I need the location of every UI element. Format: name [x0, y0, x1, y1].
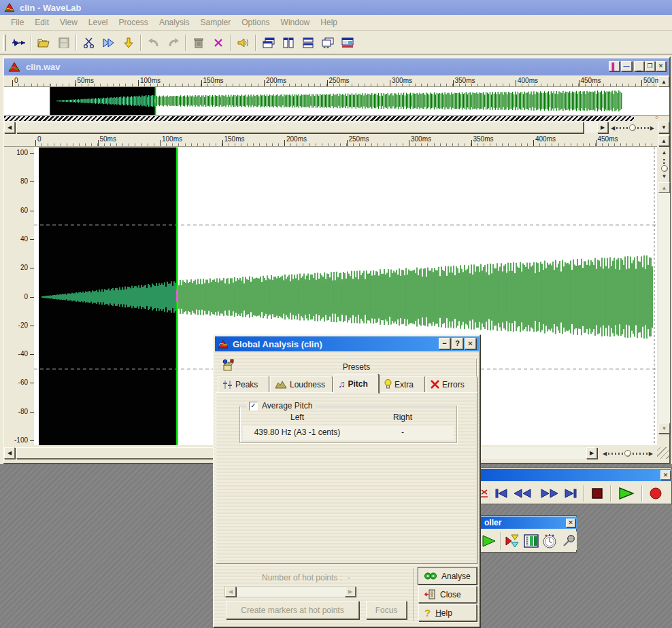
go-to-end-button[interactable] — [562, 485, 579, 502]
doc-marker-bar-button[interactable]: ▌ — [609, 61, 620, 71]
level-label: -60 — [18, 379, 28, 386]
overview-range-indicator[interactable] — [4, 116, 634, 121]
slider-knob[interactable] — [624, 450, 631, 457]
tab-loudness[interactable]: Loudness — [270, 376, 333, 393]
controller-titlebar[interactable]: oller ✕ — [477, 517, 577, 529]
level-label: 60 — [20, 207, 28, 214]
overview-zoom-up-button[interactable]: ▲ — [658, 76, 669, 87]
overview-time-ruler[interactable]: 050ms100ms150ms200ms250ms300ms350ms400ms… — [4, 76, 657, 87]
menu-level[interactable]: Level — [83, 16, 114, 29]
menu-process[interactable]: Process — [114, 16, 154, 29]
focus-button[interactable]: Focus — [366, 601, 407, 619]
fast-forward-button[interactable] — [539, 485, 560, 502]
stopwatch-button[interactable] — [541, 531, 558, 550]
trash-button[interactable] — [189, 33, 207, 52]
overview-zoom-down-button[interactable]: ▼ — [658, 122, 669, 133]
vscroll-down-button[interactable]: ▼ — [658, 423, 670, 434]
app-titlebar[interactable]: clin - WaveLab — [0, 0, 672, 15]
menu-analysis[interactable]: Analysis — [154, 16, 195, 29]
main-time-ruler[interactable]: 050ms100ms150ms200ms250ms300ms350ms400ms… — [4, 135, 657, 147]
overview-waveform[interactable] — [4, 87, 669, 116]
overview-scrollbar[interactable]: ◀ ▶ — [4, 122, 608, 133]
tile-vertical-button[interactable] — [279, 33, 297, 52]
stop-button[interactable] — [588, 485, 607, 502]
vertical-zoom-slider[interactable]: ▲▼ — [660, 150, 669, 179]
scroll-right-button[interactable]: ▶ — [586, 447, 597, 459]
doc-titlebar[interactable]: clin.wav — [4, 58, 669, 75]
average-pitch-checkbox[interactable]: ✓ — [249, 402, 258, 411]
vscroll-up-button[interactable]: ▲ — [658, 182, 670, 193]
open-file-button[interactable] — [35, 33, 53, 52]
transport-close-button[interactable]: ✕ — [660, 470, 671, 480]
menu-edit[interactable]: Edit — [29, 16, 54, 29]
dialog-bottom-divider — [216, 565, 477, 566]
erase-button[interactable] — [209, 33, 227, 52]
presets-icon-button[interactable] — [222, 359, 237, 374]
menu-options[interactable]: Options — [236, 16, 275, 29]
slider-knob[interactable] — [661, 165, 668, 172]
go-to-start-button[interactable] — [492, 485, 510, 502]
overview-scroll-thumb[interactable] — [16, 122, 584, 133]
rewind-button[interactable] — [511, 485, 533, 502]
menu-view[interactable]: View — [54, 16, 83, 29]
tab-extra[interactable]: Extra — [380, 376, 425, 393]
scroll-left-button[interactable]: ◀ — [4, 122, 15, 133]
skip-markers-button[interactable] — [503, 531, 520, 550]
dialog-close-button[interactable]: ✕ — [465, 338, 476, 349]
doc-dash-button[interactable]: — — [621, 61, 632, 71]
dialog-help-button[interactable]: ? — [452, 338, 463, 349]
triangle-right-icon: ▶ — [650, 125, 654, 131]
dialog-titlebar[interactable]: Global Analysis (clin) − ? ✕ — [215, 336, 479, 351]
vertical-scrollbar[interactable] — [658, 193, 670, 423]
speaker-button[interactable] — [234, 33, 252, 52]
create-markers-button[interactable]: Create markers at hot points — [226, 601, 359, 619]
main-zoom-up-button[interactable]: ▲ — [658, 135, 669, 146]
menu-help[interactable]: Help — [315, 16, 343, 29]
controller-close-button[interactable]: ✕ — [566, 519, 575, 527]
tab-peaks[interactable]: Peaks — [218, 376, 269, 393]
undo-button[interactable] — [144, 33, 163, 52]
menu-file[interactable]: File — [5, 16, 29, 29]
overview-zoom-slider[interactable]: ◀▶ — [611, 124, 654, 132]
toolbar-grip[interactable] — [3, 35, 6, 51]
play-selection-button[interactable] — [99, 33, 118, 52]
record-button[interactable] — [646, 485, 665, 502]
main-zoom-slider[interactable]: ◀▶ — [603, 449, 653, 457]
menu-sampler[interactable]: Sampler — [195, 16, 237, 29]
doc-close-button[interactable]: ✕ — [656, 61, 666, 71]
cascade-windows-button[interactable] — [259, 33, 278, 52]
redo-button[interactable] — [164, 33, 182, 52]
level-ruler[interactable]: 100806040200-20-40-60-80-100 — [4, 147, 34, 445]
close-button[interactable]: Close — [418, 586, 477, 603]
play-button[interactable] — [615, 485, 638, 502]
resize-grip[interactable] — [657, 447, 669, 459]
doc-maximize-button[interactable]: ❐ — [645, 61, 655, 71]
undo-icon — [148, 38, 160, 48]
transport-titlebar[interactable]: ✕ — [479, 469, 672, 481]
triangle-up-icon: ▲ — [661, 138, 667, 144]
doc-minimize-button[interactable]: ▁ — [634, 61, 644, 71]
controller-play-button[interactable] — [480, 531, 498, 550]
waveform-launcher-button[interactable] — [10, 33, 28, 52]
cut-button[interactable] — [80, 33, 98, 52]
ruler-label: 400ms — [518, 77, 538, 84]
tile-horizontal-button[interactable] — [299, 33, 317, 52]
tab-pitch[interactable]: ♫ Pitch — [333, 374, 379, 394]
scroll-right-button[interactable]: ▶ — [597, 122, 608, 133]
microphone-button[interactable] — [560, 531, 577, 550]
drop-marker-button[interactable] — [119, 33, 137, 52]
slider-knob[interactable] — [629, 124, 636, 131]
tab-errors[interactable]: Errors — [426, 376, 477, 393]
dialog-minimize-button[interactable]: − — [439, 338, 450, 349]
mixer-button[interactable] — [338, 33, 356, 52]
triangle-down-icon: ▼ — [662, 425, 667, 432]
save-button[interactable] — [54, 33, 73, 52]
scroll-left-button[interactable]: ◀ — [4, 447, 15, 459]
playlist-button[interactable] — [523, 531, 539, 550]
presets-button[interactable]: Presets — [239, 360, 473, 374]
help-button[interactable]: ? Help — [418, 604, 477, 621]
switch-window-button[interactable] — [318, 33, 337, 52]
menu-window[interactable]: Window — [275, 16, 316, 29]
analyse-button[interactable]: Analyse — [418, 568, 477, 585]
hot-points-slider: ◀ ▶ — [224, 586, 356, 597]
